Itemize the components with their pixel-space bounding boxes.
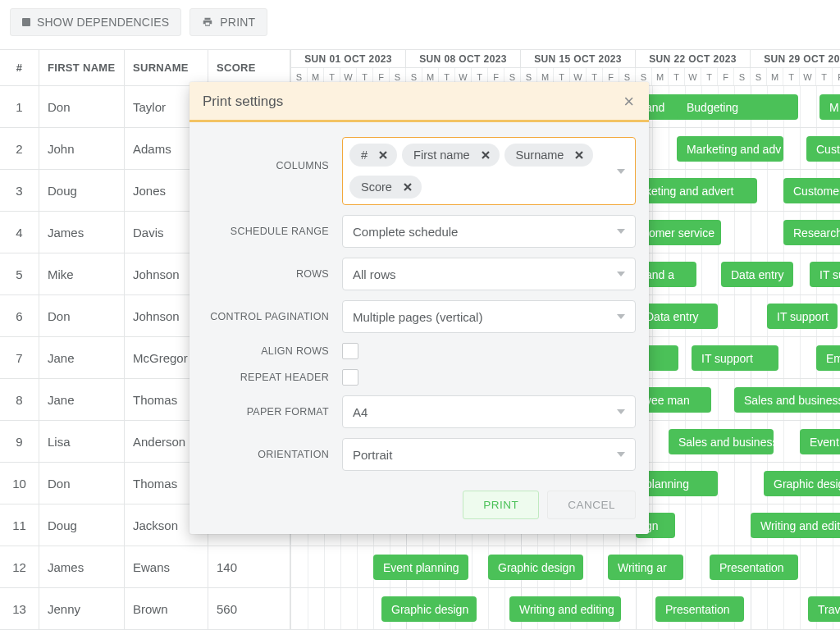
cell-firstname: Don <box>39 463 125 504</box>
timeline-day-header: T <box>816 68 833 85</box>
range-select[interactable]: Complete schedule <box>342 215 636 248</box>
row-index: 9 <box>0 421 39 463</box>
timeline-row[interactable]: Graphic designWriting and editingPresent… <box>291 588 840 630</box>
print-button[interactable]: PRINT <box>189 8 267 36</box>
col-num-header[interactable]: # <box>0 50 39 86</box>
gantt-event[interactable]: Research a <box>783 220 840 245</box>
paper-label: PAPER FORMAT <box>203 406 342 418</box>
tag-label: # <box>361 148 368 162</box>
timeline-week-header[interactable]: SUN 01 OCT 2023 <box>291 50 406 67</box>
gantt-event[interactable]: M <box>819 94 840 120</box>
column-tag: Score <box>349 176 422 199</box>
chevron-down-icon <box>617 409 625 414</box>
rows-select[interactable]: All rows <box>342 258 636 290</box>
show-dep-label: SHOW DEPENDENCIES <box>37 16 169 29</box>
gantt-event[interactable]: keting and advert <box>636 178 757 203</box>
timeline-week-header[interactable]: SUN 08 OCT 2023 <box>406 50 521 67</box>
timeline-day-header: S <box>734 68 751 85</box>
cell-surname: Brown <box>125 588 208 630</box>
dialog-title: Print settings <box>203 94 283 110</box>
columns-label: COLUMNS <box>203 137 342 171</box>
gantt-event[interactable]: Presentation <box>655 596 744 622</box>
row-index: 10 <box>0 463 39 504</box>
timeline-day-header: T <box>669 68 685 85</box>
timeline-day-header: S <box>751 68 767 85</box>
orientation-select[interactable]: Portrait <box>342 438 636 471</box>
paper-select[interactable]: A4 <box>342 395 636 428</box>
chevron-down-icon <box>617 452 625 457</box>
col-score-header[interactable]: SCORE <box>208 50 290 86</box>
gantt-event[interactable]: Sales and business <box>669 429 774 454</box>
print-settings-dialog: Print settings × COLUMNS #First nameSurn… <box>189 82 649 534</box>
cell-firstname: Doug <box>39 504 125 546</box>
gantt-event[interactable]: Cust <box>806 136 840 162</box>
show-dependencies-button[interactable]: SHOW DEPENDENCIES <box>10 8 181 36</box>
timeline-week-header[interactable]: SUN 22 OCT 2023 <box>636 50 751 67</box>
timeline-day-header: T <box>701 68 718 85</box>
timeline-week-header[interactable]: SUN 29 OCT 2023 <box>751 50 840 67</box>
col-surname-header[interactable]: SURNAME <box>125 50 208 86</box>
gantt-event[interactable]: Em <box>816 345 840 371</box>
repeat-header-checkbox[interactable] <box>342 369 358 386</box>
remove-tag-icon[interactable] <box>478 148 493 162</box>
gantt-event[interactable]: Marketing and adv <box>677 136 783 162</box>
repeat-label: REPEAT HEADER <box>203 372 342 383</box>
timeline-day-header: F <box>718 68 734 85</box>
gantt-event[interactable]: Graphic design <box>381 596 477 622</box>
chevron-down-icon <box>617 314 625 319</box>
timeline-row[interactable]: Event planningGraphic designWriting arPr… <box>291 546 840 588</box>
remove-tag-icon[interactable] <box>376 148 390 162</box>
confirm-print-button[interactable]: PRINT <box>463 491 539 519</box>
table-row[interactable]: 13JennyBrown560 <box>0 588 290 630</box>
gantt-event[interactable]: IT support <box>692 345 778 371</box>
chevron-down-icon <box>617 169 625 174</box>
cell-firstname: John <box>39 128 125 170</box>
row-index: 6 <box>0 295 39 337</box>
gantt-event[interactable]: Data entry <box>721 262 793 287</box>
cell-surname: Ewans <box>125 546 208 588</box>
gantt-event[interactable]: Writing ar <box>608 555 683 580</box>
cell-firstname: Jane <box>39 379 125 421</box>
timeline-day-header: M <box>767 68 783 85</box>
column-tag: Surname <box>504 144 594 167</box>
gantt-event[interactable]: Customer s <box>783 178 840 203</box>
gantt-event[interactable]: Event pl <box>800 429 840 454</box>
gantt-event[interactable]: Writing and editing <box>509 596 621 622</box>
column-tag: First name <box>402 144 500 167</box>
timeline-week-header[interactable]: SUN 15 OCT 2023 <box>521 50 636 67</box>
gantt-event[interactable]: IT support <box>767 304 838 329</box>
pagination-select[interactable]: Multiple pages (vertical) <box>342 300 636 333</box>
gantt-event[interactable]: Budgeting <box>677 94 798 120</box>
gantt-event[interactable]: Event planning <box>373 555 468 580</box>
remove-tag-icon[interactable] <box>400 180 415 194</box>
print-icon <box>202 16 213 28</box>
gantt-event[interactable]: Writing and editin <box>751 513 840 538</box>
align-rows-checkbox[interactable] <box>342 343 358 359</box>
row-index: 11 <box>0 504 39 546</box>
row-index: 3 <box>0 170 39 212</box>
row-index: 7 <box>0 337 39 379</box>
gantt-event[interactable]: Presentation <box>710 555 798 580</box>
cancel-button[interactable]: CANCEL <box>547 491 636 519</box>
range-label: SCHEDULE RANGE <box>203 226 342 237</box>
cell-firstname: Don <box>39 86 125 128</box>
table-row[interactable]: 12JamesEwans140 <box>0 546 290 588</box>
timeline-day-header: T <box>783 68 800 85</box>
cell-firstname: Mike <box>39 253 125 295</box>
gantt-event[interactable]: Graphic design <box>764 471 840 496</box>
col-firstname-header[interactable]: FIRST NAME <box>39 50 125 86</box>
row-index: 4 <box>0 212 39 253</box>
columns-multiselect[interactable]: #First nameSurnameScore <box>342 137 636 205</box>
row-index: 1 <box>0 86 39 128</box>
timeline-day-header: F <box>833 68 840 85</box>
gantt-event[interactable]: Graphic design <box>488 555 583 580</box>
remove-tag-icon[interactable] <box>572 148 587 162</box>
timeline-day-header: M <box>652 68 669 85</box>
gantt-event[interactable]: Sales and business d <box>734 387 840 413</box>
gantt-event[interactable]: IT sup <box>810 262 840 287</box>
timeline-day-header: W <box>685 68 701 85</box>
pagination-label: CONTROL PAGINATION <box>203 311 342 322</box>
chevron-down-icon <box>617 272 625 276</box>
close-icon[interactable]: × <box>622 93 636 111</box>
gantt-event[interactable]: Trave <box>808 596 840 622</box>
